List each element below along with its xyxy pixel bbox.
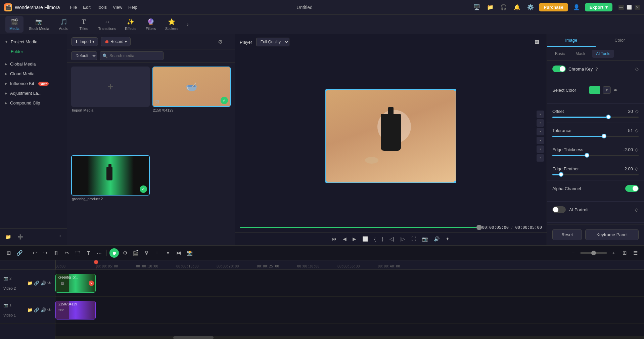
more-action-icon[interactable]: ⋯ — [225, 39, 231, 45]
export-button[interactable]: Export ▾ — [585, 3, 612, 11]
tl-more-button[interactable]: ⋯ — [94, 248, 104, 258]
fullscreen-button[interactable]: ⛶ — [409, 235, 418, 243]
edge-thickness-thumb[interactable] — [585, 153, 589, 158]
import-button[interactable]: ⬇ Import ▾ — [71, 37, 98, 46]
tl-record-button[interactable]: ⏺ — [109, 248, 119, 258]
chroma-key-help-icon[interactable]: ? — [595, 67, 598, 72]
chroma-key-toggle[interactable] — [552, 66, 566, 72]
scrollbar-thumb[interactable] — [173, 336, 214, 339]
tl-settings-button[interactable]: ⚙ — [120, 248, 130, 258]
tl-redo-button[interactable]: ↪ — [41, 248, 50, 258]
tolerance-keyframe-icon[interactable]: ◇ — [635, 128, 639, 133]
tolerance-slider[interactable] — [552, 136, 639, 137]
menu-help[interactable]: Help — [128, 5, 137, 10]
track-link-icon-v2[interactable]: 🔗 — [34, 281, 39, 286]
tl-cut-button[interactable]: ✂ — [62, 248, 72, 258]
tl-split-button[interactable]: ⧓ — [174, 248, 183, 258]
timeline-ruler[interactable]: 00:00 00:00:05:00 00:00:10:00 00:00:15:0… — [55, 260, 644, 270]
corner-handle-tr[interactable] — [454, 89, 456, 91]
side-ctrl-1[interactable]: ▪ — [537, 111, 544, 118]
tl-mic-button[interactable]: 🎙 — [142, 248, 151, 258]
add-folder-button[interactable]: 📁 — [3, 232, 13, 242]
purchase-button[interactable]: Purchase — [539, 3, 568, 11]
corner-handle-br[interactable] — [454, 181, 456, 183]
clip-close-greenbg[interactable]: ✕ — [89, 281, 94, 286]
side-ctrl-4[interactable]: ▪ — [537, 137, 544, 144]
sidebar-item-project-media[interactable]: ▼ Project Media — [0, 37, 67, 47]
toolbar-effects[interactable]: ✨ Effects — [122, 16, 140, 33]
tl-text-button[interactable]: T — [84, 248, 93, 258]
alpha-channel-toggle[interactable] — [625, 185, 639, 192]
maximize-button[interactable]: ⬜ — [627, 5, 632, 10]
sidebar-item-cloud-media[interactable]: ▶ Cloud Media — [0, 69, 67, 79]
zoom-in-button[interactable]: + — [609, 248, 618, 258]
import-media-thumb[interactable]: + — [71, 67, 150, 107]
play-button[interactable]: ▶ — [351, 235, 358, 243]
sidebar-item-compound-clip[interactable]: ▶ Compound Clip — [0, 98, 67, 108]
toolbar-transitions[interactable]: ↔ Transitions — [95, 16, 120, 33]
screen-icon[interactable]: 🖥️ — [472, 2, 482, 12]
audio-ctrl-button[interactable]: 🔊 — [432, 235, 442, 243]
tl-add-track-button[interactable]: ⊞ — [4, 248, 13, 258]
menu-tools[interactable]: Tools — [97, 5, 107, 10]
filter-action-icon[interactable]: ⚙ — [218, 39, 223, 45]
tl-clip-button[interactable]: 🎬 — [131, 248, 140, 258]
zoom-out-button[interactable]: − — [569, 248, 578, 258]
side-ctrl-6[interactable]: ▪ — [537, 154, 544, 162]
tolerance-thumb[interactable] — [602, 134, 606, 138]
tl-crop-button[interactable]: ⬚ — [73, 248, 82, 258]
offset-keyframe-icon[interactable]: ◇ — [635, 109, 639, 114]
edge-feather-keyframe-icon[interactable]: ◇ — [635, 166, 639, 171]
collapse-panel-button[interactable]: ‹ — [57, 232, 63, 239]
close-button[interactable]: ✕ — [635, 5, 640, 10]
tl-link-button[interactable]: 🔗 — [15, 248, 24, 258]
tl-undo-button[interactable]: ↩ — [30, 248, 39, 258]
edge-feather-slider[interactable] — [552, 174, 639, 175]
quality-select[interactable]: Full Quality — [256, 38, 289, 46]
tab-color[interactable]: Color — [596, 34, 644, 47]
chroma-key-keyframe-icon[interactable]: ◇ — [635, 66, 639, 72]
reset-button[interactable]: Reset — [552, 229, 582, 240]
skip-back-button[interactable]: ⏮ — [330, 235, 339, 243]
playhead[interactable] — [96, 260, 96, 270]
media-thumb-greenbg[interactable]: ✓ — [71, 155, 150, 196]
clip-greenbg[interactable]: 🖼 greenbg_pr... ✕ — [55, 274, 96, 293]
subtab-basic[interactable]: Basic — [551, 50, 569, 58]
toolbar-filters[interactable]: 🔮 Filters — [142, 16, 160, 33]
minimize-button[interactable]: — — [618, 5, 624, 10]
avatar-icon[interactable]: 👤 — [571, 2, 582, 12]
sidebar-item-influence-kit[interactable]: ▶ Influence Kit NEW — [0, 79, 67, 88]
track-mute-icon-v2[interactable]: 🔊 — [41, 281, 46, 286]
progress-thumb[interactable] — [476, 225, 482, 230]
mark-out-button[interactable]: } — [380, 235, 385, 243]
media-item-2150704129[interactable]: 🥣 🖼 ✓ 2150704129 — [152, 67, 231, 153]
add-item-button[interactable]: ➕ — [15, 232, 25, 242]
toolbar-more-button[interactable]: › — [184, 20, 192, 29]
export-chevron-icon[interactable]: ▾ — [605, 5, 608, 10]
stop-button[interactable]: ⬜ — [360, 235, 370, 243]
tab-image[interactable]: Image — [547, 34, 596, 47]
tl-delete-button[interactable]: 🗑 — [51, 248, 61, 258]
subtab-mask[interactable]: Mask — [571, 50, 589, 58]
profile-icon[interactable]: 📁 — [485, 2, 495, 12]
timeline-scrollbar[interactable] — [55, 336, 644, 339]
sidebar-item-global-media[interactable]: ▶ Global Media — [0, 59, 67, 69]
tl-grid-button[interactable]: ⊞ — [620, 248, 629, 258]
ai-portrait-toggle[interactable] — [552, 206, 566, 213]
side-ctrl-3[interactable]: ▪ — [537, 128, 544, 135]
sort-select[interactable]: Default — [71, 51, 97, 60]
media-item-greenbg[interactable]: ✓ greenbg_product 2 — [71, 155, 150, 241]
corner-handle-bl[interactable] — [325, 181, 327, 183]
side-ctrl-2[interactable]: ▪ — [537, 119, 544, 127]
edge-thickness-keyframe-icon[interactable]: ◇ — [635, 147, 639, 152]
offset-thumb[interactable] — [606, 115, 611, 119]
toolbar-stickers[interactable]: ⭐ Stickers — [162, 16, 182, 33]
tl-fx-button[interactable]: ✦ — [163, 248, 173, 258]
menu-file[interactable]: File — [70, 5, 77, 10]
offset-slider[interactable] — [552, 117, 639, 118]
image-settings-icon[interactable]: 🖼 — [532, 37, 542, 47]
sidebar-item-folder[interactable]: Folder — [0, 47, 67, 56]
playback-progress-bar[interactable] — [240, 227, 479, 228]
snapshot-button[interactable]: 📷 — [420, 235, 430, 243]
edge-feather-thumb[interactable] — [559, 172, 563, 177]
